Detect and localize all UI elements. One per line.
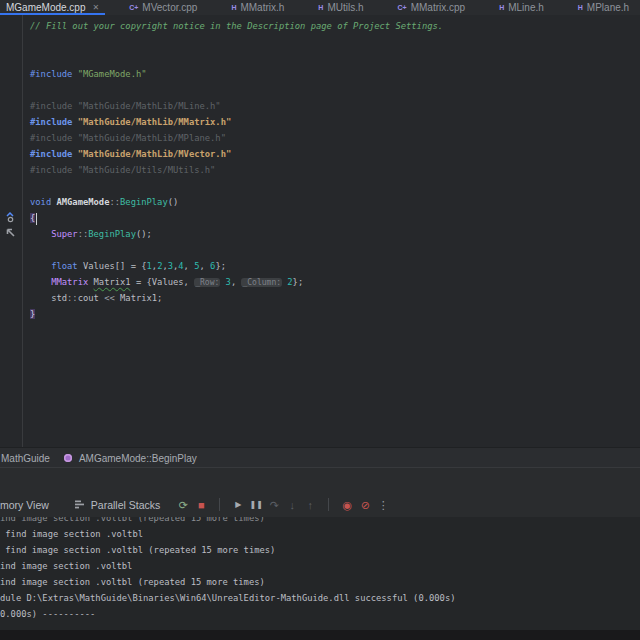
debug-panel-header <box>0 467 640 493</box>
code-line[interactable]: { <box>30 210 640 226</box>
code-line[interactable]: #include "MathGuide/Utils/MUtils.h" <box>30 162 640 178</box>
h-file-icon: H <box>578 4 583 11</box>
tab-label: MUtils.h <box>327 2 363 13</box>
editor-tab-mutils-h[interactable]: HMUtils.h <box>312 0 373 15</box>
cpp-file-icon: C+ <box>398 4 407 11</box>
close-tab-icon[interactable]: ✕ <box>92 3 99 12</box>
tab-parallel-stacks[interactable]: Parallel Stacks <box>75 499 160 511</box>
console-line: find image section .voltbl <box>0 526 640 542</box>
navigate-up-icon[interactable] <box>4 225 17 238</box>
code-line[interactable]: #include "MathGuide/MathLib/MLine.h" <box>30 98 640 114</box>
pause-icon[interactable]: ❚❚ <box>247 496 265 514</box>
code-line[interactable] <box>30 34 640 50</box>
debugger-actions: ⟳■▶❚❚↷↓↑◉⊘⋮ <box>174 496 392 514</box>
step-into-icon[interactable]: ↓ <box>283 496 301 514</box>
code-line[interactable]: #include "MathGuide/MathLib/MVector.h" <box>30 146 640 162</box>
stop-icon[interactable]: ■ <box>192 496 210 514</box>
code-line[interactable]: MMatrix Matrix1 = {Values, _Row: 3, _Col… <box>30 274 640 290</box>
parallel-stacks-icon <box>75 499 86 510</box>
code-line[interactable]: } <box>30 306 640 322</box>
method-icon <box>64 454 72 462</box>
tab-label: MGameMode.cpp <box>6 2 85 13</box>
breadcrumb-project[interactable]: MathGuide <box>1 453 50 464</box>
more-options-icon[interactable]: ⋮ <box>374 496 392 514</box>
code-line[interactable] <box>30 82 640 98</box>
code-line[interactable] <box>30 50 640 66</box>
code-line[interactable]: // Fill out your copyright notice in the… <box>30 18 640 34</box>
bottom-strip <box>0 630 640 640</box>
editor-tab-mmatrix-h[interactable]: HMMatrix.h <box>225 0 294 15</box>
editor-tab-mvector-cpp[interactable]: C+MVector.cpp <box>123 0 207 15</box>
h-file-icon: H <box>231 4 236 11</box>
editor-tab-mline-h[interactable]: HMLine.h <box>493 0 554 15</box>
code-line[interactable]: void AMGameMode::BeginPlay() <box>30 194 640 210</box>
rerun-icon[interactable]: ⟳ <box>174 496 192 514</box>
text-caret <box>36 213 38 225</box>
console-line: ind image section .voltbl <box>0 558 640 574</box>
tab-memory-view[interactable]: mory View <box>0 499 49 511</box>
debug-toolbar: mory View Parallel Stacks ⟳■▶❚❚↷↓↑◉⊘⋮ <box>0 492 640 517</box>
editor-tab-mplane-h[interactable]: HMPlane.h <box>572 0 639 15</box>
step-out-icon[interactable]: ↑ <box>301 496 319 514</box>
tab-label: MMatrix.h <box>240 2 284 13</box>
code-line[interactable]: #include "MGameMode.h" <box>30 66 640 82</box>
console-line: 0.000s) ---------- <box>0 606 640 622</box>
code-line[interactable]: std::cout << Matrix1; <box>30 290 640 306</box>
editor-gutter <box>0 15 23 447</box>
code-line[interactable] <box>30 178 640 194</box>
step-over-icon[interactable]: ↷ <box>265 496 283 514</box>
editor-tab-mmatrix-cpp[interactable]: C+MMatrix.cpp <box>392 0 476 15</box>
code-line[interactable]: #include "MathGuide/MathLib/MPlane.h" <box>30 130 640 146</box>
breadcrumb-member[interactable]: AMGameMode::BeginPlay <box>79 453 197 464</box>
code-line[interactable]: float Values[] = {1,2,3,4, 5, 6}; <box>30 258 640 274</box>
console-line: ind image section .voltbl (repeated 15 m… <box>0 574 640 590</box>
mute-breakpoints-icon[interactable]: ⊘ <box>356 496 374 514</box>
code-line[interactable] <box>30 242 640 258</box>
editor-tab-bar: MGameMode.cpp✕C+MVector.cppHMMatrix.hHMU… <box>0 0 640 16</box>
toolbar-separator <box>328 498 329 511</box>
overrides-method-icon[interactable] <box>4 210 17 223</box>
console-line: find image section .voltbl (repeated 15 … <box>0 542 640 558</box>
h-file-icon: H <box>318 4 323 11</box>
breadcrumb: MathGuide AMGameMode::BeginPlay <box>0 447 640 468</box>
tab-label: MPlane.h <box>587 2 629 13</box>
ide-window: MGameMode.cpp✕C+MVector.cppHMMatrix.hHMU… <box>0 0 640 640</box>
toolbar-separator <box>219 498 220 511</box>
tab-label: MMatrix.cpp <box>411 2 465 13</box>
console-line: ind image section .voltbl (repeated 15 m… <box>0 517 640 526</box>
view-breakpoints-icon[interactable]: ◉ <box>338 496 356 514</box>
editor-tab-mgamemode-cpp[interactable]: MGameMode.cpp✕ <box>0 0 105 15</box>
debug-console[interactable]: ind image section .voltbl (repeated 15 m… <box>0 517 640 630</box>
code-line[interactable]: Super::BeginPlay(); <box>30 226 640 242</box>
code-text: // Fill out your copyright notice in the… <box>30 18 640 322</box>
code-editor[interactable]: // Fill out your copyright notice in the… <box>0 15 640 447</box>
cpp-file-icon: C+ <box>129 4 138 11</box>
h-file-icon: H <box>499 4 504 11</box>
parallel-stacks-label: Parallel Stacks <box>91 499 160 511</box>
code-line[interactable]: #include "MathGuide/MathLib/MMatrix.h" <box>30 114 640 130</box>
resume-icon[interactable]: ▶ <box>229 496 247 514</box>
tab-label: MVector.cpp <box>142 2 197 13</box>
console-line: dule D:\Extras\MathGuide\Binaries\Win64\… <box>0 590 640 606</box>
tab-label: MLine.h <box>508 2 544 13</box>
